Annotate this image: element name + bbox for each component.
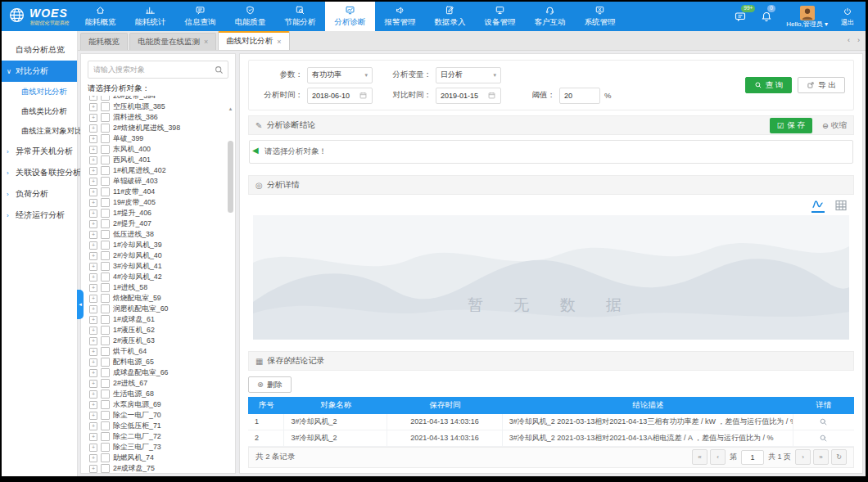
- nav-item-entry[interactable]: 数据录入: [425, 2, 475, 31]
- tree-item[interactable]: +2#焙烧机尾进线_398: [89, 123, 225, 133]
- expand-icon[interactable]: +: [89, 454, 97, 462]
- checkbox[interactable]: [101, 421, 110, 430]
- sidebar-item[interactable]: 自动分析总览: [2, 39, 77, 61]
- tree-item[interactable]: +空压机电源_385: [89, 101, 225, 112]
- expand-icon[interactable]: +: [89, 231, 97, 239]
- nav-item-analysis[interactable]: 节能分析: [275, 2, 325, 31]
- threshold-input[interactable]: [559, 88, 600, 104]
- compare-date-input[interactable]: 2019-01-15: [436, 88, 501, 104]
- nav-item-device[interactable]: 设备管理: [475, 2, 525, 31]
- collapse-button[interactable]: ⊖ 收缩: [822, 120, 847, 131]
- close-icon[interactable]: ×: [204, 38, 208, 46]
- tree-item[interactable]: +11#皮带_404: [89, 187, 225, 197]
- search-input[interactable]: [88, 61, 228, 79]
- tree-item[interactable]: +2#进线_67: [89, 378, 225, 389]
- checkbox[interactable]: [101, 294, 110, 303]
- tree-item[interactable]: +生活电源_68: [89, 389, 225, 399]
- tree-scrollbar[interactable]: ▲: [227, 106, 234, 471]
- expand-icon[interactable]: +: [89, 263, 97, 271]
- table-view-icon[interactable]: [834, 200, 848, 211]
- tree-item[interactable]: +2#液压机_63: [89, 336, 225, 346]
- tree-item[interactable]: +焙烧配电室_59: [89, 293, 225, 304]
- tree-item[interactable]: +单辊破碎_403: [89, 176, 225, 187]
- nav-item-diagnose[interactable]: 分析诊断: [325, 2, 375, 31]
- expand-icon[interactable]: +: [89, 167, 97, 175]
- tree-item[interactable]: +除尘一电厂_70: [89, 410, 225, 421]
- tree-item[interactable]: +润磨机配电室_60: [89, 304, 225, 314]
- tree-item[interactable]: +2#成球盘_75: [89, 463, 225, 473]
- expand-icon[interactable]: +: [89, 284, 97, 292]
- sidebar-group[interactable]: ›关联设备联控分析: [2, 162, 77, 183]
- expand-icon[interactable]: +: [89, 327, 97, 335]
- tree-item[interactable]: +1#机尾进线_402: [89, 165, 225, 176]
- expand-icon[interactable]: +: [89, 273, 97, 282]
- expand-icon[interactable]: +: [89, 146, 97, 154]
- expand-icon[interactable]: +: [89, 305, 97, 313]
- tree-item[interactable]: +助燃风机_74: [89, 453, 225, 463]
- checkbox[interactable]: [101, 177, 110, 186]
- tree-item[interactable]: +1#进线_58: [89, 282, 225, 293]
- checkbox[interactable]: [101, 453, 110, 462]
- refresh-icon[interactable]: ↻: [831, 449, 847, 465]
- expand-icon[interactable]: +: [89, 241, 97, 250]
- export-button[interactable]: 导 出: [798, 77, 845, 93]
- sidebar-subitem[interactable]: 曲线对比分析: [2, 82, 77, 101]
- expand-icon[interactable]: +: [89, 114, 97, 122]
- tree-item[interactable]: +2#冷却风机_40: [89, 250, 225, 261]
- expand-icon[interactable]: +: [89, 369, 97, 377]
- line-chart-view-icon[interactable]: [811, 198, 825, 213]
- tree-item[interactable]: +4#冷却风机_42: [89, 272, 225, 282]
- tree-item[interactable]: +2#提升_407: [89, 218, 225, 229]
- tree-item[interactable]: +除尘三电厂_73: [89, 442, 225, 453]
- nav-item-alarm[interactable]: 报警管理: [375, 2, 425, 31]
- checkbox[interactable]: [101, 358, 110, 367]
- scroll-up-icon[interactable]: ▲: [227, 106, 234, 111]
- checkbox[interactable]: [101, 336, 110, 345]
- checkbox[interactable]: [101, 443, 110, 452]
- checkbox[interactable]: [101, 326, 110, 335]
- analysis-date-input[interactable]: 2018-06-10: [307, 88, 373, 104]
- next-page-button[interactable]: ›: [795, 449, 811, 465]
- tree-item[interactable]: +除尘二电厂_72: [89, 431, 225, 442]
- close-icon[interactable]: ×: [277, 38, 281, 46]
- checkbox[interactable]: [101, 166, 110, 175]
- tab[interactable]: 电能质量在线监测×: [129, 33, 216, 50]
- expand-icon[interactable]: +: [89, 295, 97, 303]
- table-row[interactable]: 13#冷却风机_22021-04-13 14:03:163#冷却风机_2 202…: [248, 414, 854, 430]
- nav-item-shield[interactable]: 电能质量: [225, 2, 275, 31]
- logout-button[interactable]: 退出: [841, 7, 854, 26]
- last-page-button[interactable]: »: [813, 449, 829, 465]
- checkbox[interactable]: [101, 283, 110, 292]
- expand-icon[interactable]: +: [89, 444, 97, 452]
- sidebar-group[interactable]: ∨对比分析: [2, 61, 77, 82]
- tab-scroll-right-icon[interactable]: ›: [857, 36, 860, 44]
- expand-icon[interactable]: +: [89, 135, 97, 143]
- checkbox[interactable]: [101, 411, 110, 420]
- tree-item[interactable]: +20#皮带_394: [89, 96, 225, 101]
- tab[interactable]: 能耗概览: [80, 33, 128, 50]
- checkbox[interactable]: [101, 155, 110, 164]
- checkbox[interactable]: [101, 262, 110, 271]
- expand-icon[interactable]: +: [89, 348, 97, 356]
- tree-item[interactable]: +单破_399: [89, 133, 225, 144]
- checkbox[interactable]: [101, 124, 110, 133]
- tree-item[interactable]: +1#液压机_62: [89, 325, 225, 336]
- tree-item[interactable]: +烘干机_64: [89, 346, 225, 357]
- expand-icon[interactable]: +: [89, 412, 97, 420]
- sidebar-group[interactable]: ›负荷分析: [2, 183, 77, 205]
- checkbox[interactable]: [101, 368, 110, 377]
- checkbox[interactable]: [101, 187, 110, 196]
- messages-icon[interactable]: 99+: [734, 10, 747, 23]
- variable-select[interactable]: 日分析▾: [436, 67, 501, 83]
- tree-item[interactable]: +混料进线_386: [89, 112, 225, 123]
- prev-page-button[interactable]: ‹: [710, 449, 726, 465]
- expand-icon[interactable]: +: [89, 209, 97, 218]
- checkbox[interactable]: [101, 198, 110, 207]
- expand-icon[interactable]: +: [89, 390, 97, 399]
- param-select[interactable]: 有功功率▾: [307, 67, 373, 83]
- sidebar-subitem[interactable]: 曲线类比分析: [2, 101, 77, 121]
- checkbox[interactable]: [101, 315, 110, 324]
- scrollbar-thumb[interactable]: [228, 141, 233, 213]
- sidebar-subitem[interactable]: 曲线注意对象对比: [2, 121, 77, 141]
- page-number-input[interactable]: [741, 450, 764, 465]
